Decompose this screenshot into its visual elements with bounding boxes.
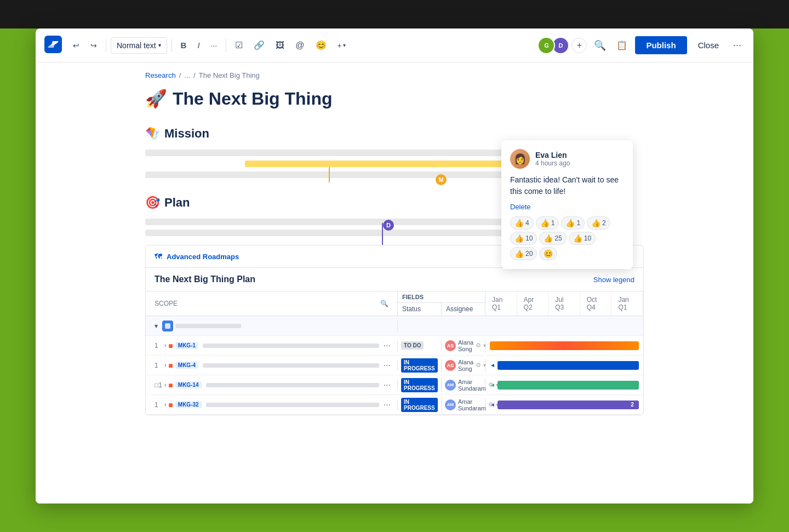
svg-rect-1	[165, 323, 170, 329]
group-label	[175, 324, 241, 328]
link-icon: 🔗	[254, 40, 265, 50]
row3-status-badge: IN PROGRESS	[401, 378, 438, 392]
row4-status-cell: IN PROGRESS	[398, 398, 442, 412]
reaction-btn-8[interactable]: 👍 20	[510, 247, 537, 260]
row3-type-icon: ■	[168, 381, 173, 390]
plan-heading-text[interactable]: Plan	[164, 196, 190, 210]
row4-more-button[interactable]: ···	[381, 400, 393, 410]
row3-mkg-badge[interactable]: MKG-14	[175, 381, 202, 388]
separator-1	[106, 39, 106, 52]
insert-icon: +	[338, 41, 342, 50]
row2-more-button[interactable]: ···	[381, 361, 393, 370]
row2-assignee-avatar: AS	[445, 360, 456, 371]
comment-author-name: Eva Lien	[535, 151, 570, 159]
reaction-btn-7[interactable]: 👍 10	[569, 232, 596, 245]
cursor-d-badge: D	[383, 220, 394, 231]
reaction-btn-5[interactable]: 👍 10	[510, 232, 537, 245]
breadcrumb-separator-2: /	[193, 71, 196, 79]
scope-header: SCOPE 🔍	[146, 291, 398, 316]
add-collaborator-button[interactable]: +	[571, 38, 587, 53]
row1-assignee-settings-icon[interactable]: ⚙	[476, 342, 481, 349]
reaction-btn-1[interactable]: 👍 4	[510, 216, 534, 230]
fields-label: FIELDS	[398, 291, 485, 303]
title-text[interactable]: The Next Big Thing	[173, 89, 333, 109]
comment-bubble: 👩 Eva Lien 4 hours ago Fantastic idea! C…	[501, 140, 633, 269]
page-content: 🚀 The Next Big Thing 🪁 Mission	[36, 84, 753, 504]
mission-heading-text[interactable]: Mission	[164, 127, 209, 141]
row4-timeline-cell: ◄ 2	[485, 401, 643, 409]
table-row: 1 › ■ MKG-4 ··· IN PROGRESS AS Alan	[146, 356, 643, 375]
title-emoji: 🚀	[145, 88, 167, 109]
italic-button[interactable]: I	[193, 37, 204, 53]
breadcrumb-research[interactable]: Research	[145, 71, 176, 79]
row1-chevron-icon[interactable]: ›	[164, 342, 166, 348]
publish-button[interactable]: Publish	[635, 36, 687, 54]
insert-more-button[interactable]: + ▾	[333, 38, 350, 53]
more-options-button[interactable]: ···	[730, 36, 745, 54]
reaction-btn-2[interactable]: 👍 1	[536, 216, 559, 230]
cursor-m-line	[329, 167, 330, 182]
quarter-jan-q1-1: Jan Q1	[485, 291, 517, 316]
breadcrumb-ellipsis[interactable]: ...	[184, 71, 190, 79]
comment-text: Fantastic idea! Can't wait to see this c…	[510, 174, 624, 197]
templates-button[interactable]: 📋	[613, 37, 631, 54]
mission-line-2	[245, 161, 544, 167]
row2-assignee-cell: AS Alana Song ⚙ ▾	[442, 359, 485, 372]
reaction-btn-3[interactable]: 👍 1	[561, 216, 585, 230]
row3-assignee-avatar: AM	[445, 380, 456, 391]
roadmap-col-headers: SCOPE 🔍 FIELDS Status Assignee Jan Q1	[146, 291, 643, 316]
row1-mkg-badge[interactable]: MKG-1	[175, 342, 198, 349]
row4-bar-icon: ◄	[490, 402, 495, 408]
plan-emoji: 🎯	[145, 196, 160, 210]
chevron-down-icon: ▾	[158, 42, 161, 48]
content-area: Research / ... / The Next Big Thing 🚀 Th…	[36, 62, 753, 504]
mention-button[interactable]: @	[291, 37, 308, 54]
cursor-m-badge: M	[436, 174, 447, 185]
row4-mkg-badge[interactable]: MKG-32	[175, 401, 202, 408]
close-button[interactable]: Close	[691, 36, 725, 54]
table-row: 1 › ■ MKG-32 ··· IN PROGRESS AM Ama	[146, 395, 643, 415]
reaction-btn-4[interactable]: 👍 2	[587, 216, 610, 230]
link-button[interactable]: 🔗	[249, 37, 269, 54]
row3-bar-icon: ◄	[490, 382, 495, 388]
reaction-btn-6[interactable]: 👍 25	[539, 232, 566, 245]
comment-delete-button[interactable]: Delete	[510, 203, 624, 211]
row3-timeline-cell: ◄	[485, 381, 643, 390]
row1-more-button[interactable]: ···	[381, 341, 393, 351]
confluence-logo[interactable]	[44, 36, 62, 55]
more-formatting-button[interactable]: ···	[207, 38, 222, 53]
row2-timeline-bar	[498, 361, 639, 370]
show-legend-button[interactable]: Show legend	[593, 276, 634, 284]
row2-chevron-icon[interactable]: ›	[164, 362, 166, 368]
scope-search-icon[interactable]: 🔍	[380, 300, 388, 307]
redo-button[interactable]: ↪	[86, 38, 101, 53]
quarter-jul-q3: Jul Q3	[548, 291, 580, 316]
row1-assignee-avatar: AS	[445, 340, 456, 351]
avatar-g: G	[538, 37, 555, 54]
comment-author-info: Eva Lien 4 hours ago	[535, 151, 570, 167]
reaction-btn-9[interactable]: 😊	[539, 247, 557, 260]
row3-chevron-icon[interactable]: ›	[164, 382, 166, 388]
row4-chevron-icon[interactable]: ›	[164, 402, 166, 408]
undo-button[interactable]: ↩	[68, 38, 84, 53]
row4-label	[206, 403, 379, 407]
row3-more-button[interactable]: ···	[381, 380, 393, 390]
row4-num: 1	[155, 401, 162, 409]
assignee-col-header: Assignee	[442, 303, 485, 315]
row2-bar-icon: ◄	[490, 362, 495, 368]
redo-icon: ↪	[90, 41, 97, 50]
row1-status-cell: TO DO	[398, 341, 442, 350]
text-style-dropdown[interactable]: Normal text ▾	[111, 37, 167, 54]
bold-button[interactable]: B	[176, 37, 191, 53]
row1-assignee-name: Alana Song	[458, 339, 473, 352]
row2-assignee-settings-icon[interactable]: ⚙	[476, 362, 481, 369]
group-chevron-icon[interactable]: ▾	[155, 322, 158, 330]
task-button[interactable]: ☑	[231, 37, 247, 54]
emoji-button[interactable]: 😊	[311, 37, 331, 54]
search-button[interactable]: 🔍	[591, 37, 609, 54]
group-scope-cell: ▾	[146, 321, 398, 331]
table-row: ▾	[146, 316, 643, 336]
row2-mkg-badge[interactable]: MKG-4	[175, 362, 198, 369]
image-button[interactable]: 🖼	[271, 37, 289, 54]
more-options-icon: ···	[733, 39, 741, 50]
